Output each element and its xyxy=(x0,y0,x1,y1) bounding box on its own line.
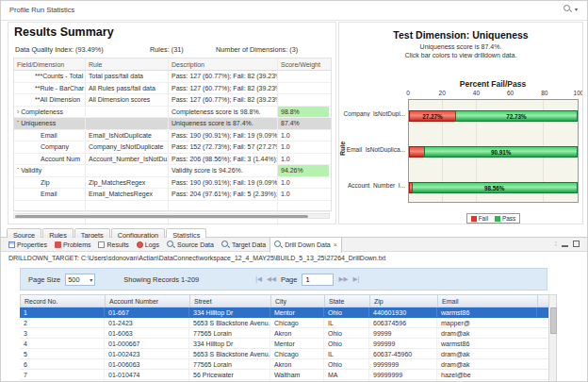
minimize-icon[interactable] xyxy=(562,245,568,247)
horizontal-scrollbar[interactable] xyxy=(13,213,330,219)
tab-problems[interactable]: Problems xyxy=(51,238,95,252)
last-page-button[interactable]: ▶| xyxy=(352,275,359,283)
table-row[interactable]: 701-01047456 PricewaterWalthamMA99999999… xyxy=(20,370,557,380)
cell: Email xyxy=(14,189,86,200)
tab-label: Target Data xyxy=(232,241,266,248)
cell: 440601930 xyxy=(369,307,437,317)
tab-source-data[interactable]: Source Data xyxy=(163,238,218,252)
table-row[interactable]: Email Email_IsNotDuplicate Pass: 190 (90… xyxy=(14,130,331,142)
pass-bar-segment[interactable]: 90.91% xyxy=(424,146,578,158)
cell: 606374596 xyxy=(369,318,437,327)
chart-legend: Fail Pass xyxy=(408,208,579,224)
cell: Ohio xyxy=(324,339,369,348)
tick-label: 0 xyxy=(406,90,410,96)
cell xyxy=(86,165,169,176)
cell: 56 Pricewater xyxy=(189,370,270,379)
cell: Pass: 127 (60.77%); Fail: 82 (39.23%) xyxy=(169,94,278,106)
tab-properties[interactable]: Properties xyxy=(5,238,51,252)
column-header[interactable]: Email xyxy=(438,295,538,307)
showing-records-text: Showing Records 1-209 xyxy=(123,275,199,284)
previous-page-button[interactable]: ◀◀ xyxy=(267,275,276,283)
cell: **All Dimension xyxy=(14,94,86,106)
table-row[interactable]: **All Dimension All Dimension scores Pas… xyxy=(14,94,331,107)
score-badge: 98.8% xyxy=(278,107,329,118)
table-row[interactable]: Account Num Account_Number_IsNotDu... Pa… xyxy=(14,154,331,166)
collapse-icon[interactable]: ˇ xyxy=(17,167,19,174)
scrollbar-thumb[interactable] xyxy=(15,215,308,218)
tab-logs[interactable]: Logs xyxy=(133,238,163,252)
vertical-scrollbar[interactable] xyxy=(548,294,557,382)
cell: Ohio xyxy=(324,307,369,317)
search-icon[interactable] xyxy=(564,5,572,13)
pagination-bar: Page Size 500▾ Showing Records 1-209 |◀ … xyxy=(20,268,547,291)
table-row[interactable]: 601-00606377565 LorainAkronOhio9999999dr… xyxy=(20,359,557,370)
pass-bar-segment[interactable]: 72.73% xyxy=(455,110,578,122)
pass-bar-segment[interactable]: 98.56% xyxy=(412,182,578,193)
tab-drill-down-data[interactable]: Drill Down Data× xyxy=(270,237,342,253)
table-row[interactable]: 401-000667334 Hilltop DrMentorOhio999999… xyxy=(20,339,557,349)
table-row[interactable]: **Rule - BarChar All Rules pass/fail dat… xyxy=(14,83,331,95)
tab-label: Problems xyxy=(63,241,91,248)
table-row[interactable]: 201-24235653 S Blackstone Avenu...Chicag… xyxy=(20,318,557,328)
cell: Mentor xyxy=(270,307,324,317)
table-row-uniqueness-selected[interactable]: ˇUniqueness Uniqueness score is 87.4%. 8… xyxy=(14,118,331,130)
page-size-value: 500 xyxy=(68,275,80,284)
column-header[interactable]: Rule xyxy=(86,58,169,70)
table-row[interactable]: 301-606377565 LorainAkronOhio99999dram@a… xyxy=(20,328,557,339)
cell xyxy=(278,83,329,94)
page-size-select[interactable]: 500▾ xyxy=(65,274,95,286)
page-label: Page xyxy=(281,275,298,284)
column-header[interactable]: Score/Weight xyxy=(278,58,329,70)
empty-row xyxy=(14,201,331,213)
close-icon[interactable]: × xyxy=(334,241,337,248)
table-row[interactable]: ***Counts - Total Total pass/fail data P… xyxy=(14,71,331,83)
bar-account-number: 98.56% xyxy=(409,182,578,193)
table-row-selected[interactable]: 101-667334 Hilltop DrMentorOhio440601930… xyxy=(20,307,557,318)
chevron-down-icon[interactable]: ▾ xyxy=(575,6,578,12)
cell: 1 xyxy=(20,307,105,317)
table-row[interactable]: Email Email_MatchesRegex Pass: 204 (97.6… xyxy=(14,189,331,201)
tick-label: 100 xyxy=(574,90,583,96)
view-menu-icon[interactable]: ⁞ xyxy=(555,240,557,248)
column-header[interactable]: State xyxy=(325,295,370,307)
column-header[interactable]: Description xyxy=(169,58,278,70)
tick-label: 60 xyxy=(507,90,514,96)
cell xyxy=(86,118,169,129)
cell: Akron xyxy=(270,328,324,338)
tab-target-data[interactable]: Target Data xyxy=(218,238,270,252)
cell: Uniqueness score is 87.4%. xyxy=(169,118,278,129)
column-header[interactable]: Record No. xyxy=(21,295,106,307)
page-input[interactable] xyxy=(302,274,334,286)
table-row[interactable]: 501-0024235653 S Blackstone Avenu...Chic… xyxy=(20,349,557,359)
column-header[interactable]: Account Number xyxy=(106,295,190,307)
column-header[interactable]: City xyxy=(271,295,325,307)
cell: Validity score is 94.26%. xyxy=(169,165,278,176)
scrollbar-thumb[interactable] xyxy=(550,307,557,334)
column-header[interactable]: Field/Dimension xyxy=(14,58,86,70)
maximize-icon[interactable] xyxy=(573,241,580,247)
cell: 2 xyxy=(20,318,105,327)
expand-icon[interactable]: › xyxy=(17,108,19,115)
fail-bar-segment[interactable] xyxy=(409,146,424,158)
fail-bar-segment[interactable]: 27.27% xyxy=(409,110,455,122)
search-control[interactable]: ▾ xyxy=(564,5,578,13)
table-row-validity[interactable]: ˇValidity Validity score is 94.26%. 94.2… xyxy=(14,165,331,177)
cell: Account Num xyxy=(14,154,86,165)
table-row-completeness[interactable]: ›Completeness Completeness score is 98.8… xyxy=(14,107,331,119)
cell: Pass: 190 (90.91%); Fail: 19 (9.09%);... xyxy=(169,177,278,189)
cell: 01-002423 xyxy=(105,349,189,358)
cell: 77565 Lorain xyxy=(189,359,270,369)
next-page-button[interactable]: ▶▶ xyxy=(338,275,348,283)
cell: 01-6063 xyxy=(105,328,189,338)
first-page-button[interactable]: |◀ xyxy=(255,275,262,283)
collapse-icon[interactable]: ˇ xyxy=(17,120,19,126)
column-header[interactable]: Street xyxy=(190,295,271,307)
magnifier-icon xyxy=(274,241,283,249)
table-row[interactable]: Zip Zip_MatchesRegex Pass: 190 (90.91%);… xyxy=(14,177,331,190)
column-header[interactable]: Zip xyxy=(370,295,438,307)
table-row[interactable]: Company Company_IsNotDuplicate Pass: 152… xyxy=(14,141,331,154)
tab-results[interactable]: Results xyxy=(94,238,132,252)
tick-label: 80 xyxy=(541,90,547,96)
cell: Waltham xyxy=(270,370,324,379)
dimensions-count: Number of Dimensions: (3) xyxy=(216,45,298,54)
